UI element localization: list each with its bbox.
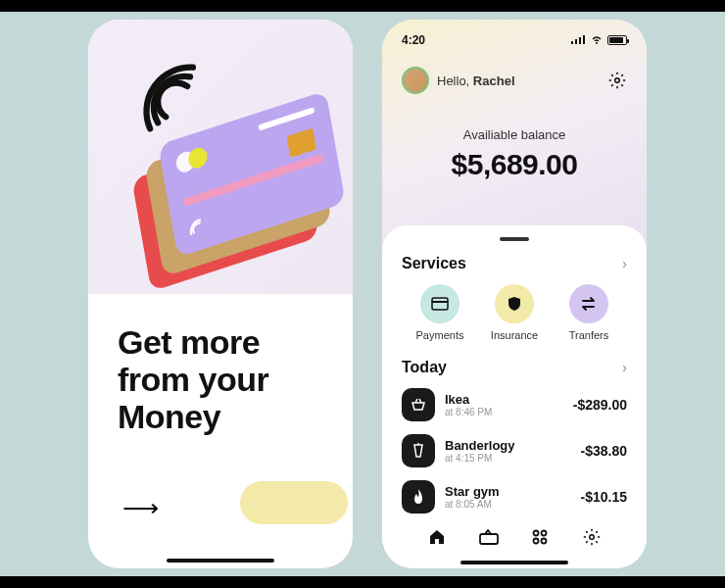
card-icon xyxy=(420,284,459,323)
onboarding-screen: Get more from your Money ⟶ xyxy=(88,20,353,568)
greeting-text: Hello, Rachel xyxy=(437,74,515,88)
shield-icon xyxy=(495,284,534,323)
tab-home[interactable] xyxy=(425,525,449,549)
wifi-icon xyxy=(590,33,604,47)
status-time: 4:20 xyxy=(402,33,425,47)
sheet-handle[interactable] xyxy=(500,237,529,241)
settings-button[interactable] xyxy=(607,71,627,90)
cta-pill xyxy=(240,481,348,524)
svg-point-7 xyxy=(534,531,539,536)
transaction-row[interactable]: Banderlogyat 4:15 PM -$38.80 xyxy=(402,434,627,467)
signal-icon xyxy=(571,33,586,47)
avatar[interactable] xyxy=(402,67,429,94)
battery-icon xyxy=(607,35,627,45)
today-more-button[interactable]: › xyxy=(622,360,627,375)
status-bar: 4:20 xyxy=(382,33,647,47)
home-screen: 4:20 Hello, Rachel Availiable balance $5… xyxy=(382,20,647,568)
today-title: Today xyxy=(402,359,447,376)
svg-point-4 xyxy=(615,78,620,83)
tab-apps[interactable] xyxy=(528,525,552,549)
balance-block: Availiable balance $5,689.00 xyxy=(382,127,647,181)
svg-point-10 xyxy=(542,539,547,544)
bottom-sheet: Services › Payments Insurance Tranfers T… xyxy=(382,225,647,568)
tab-settings[interactable] xyxy=(580,525,604,549)
svg-point-11 xyxy=(590,535,595,540)
home-indicator xyxy=(460,561,568,564)
tab-bar xyxy=(402,517,627,557)
tab-wallet[interactable] xyxy=(477,525,501,549)
svg-point-9 xyxy=(534,539,539,544)
greeting-row: Hello, Rachel xyxy=(402,67,627,94)
headline: Get more from your Money xyxy=(118,323,323,435)
services-row: Payments Insurance Tranfers xyxy=(402,284,627,341)
arrow-right-icon: ⟶ xyxy=(122,493,159,523)
svg-rect-1 xyxy=(575,39,577,44)
services-title: Services xyxy=(402,255,466,272)
svg-point-8 xyxy=(542,531,547,536)
home-indicator xyxy=(167,559,274,563)
swap-icon xyxy=(569,284,608,323)
transaction-row[interactable]: Star gymat 8:05 AM -$10.15 xyxy=(402,480,627,514)
card-purple xyxy=(158,91,345,258)
service-insurance[interactable]: Insurance xyxy=(480,284,549,341)
svg-rect-2 xyxy=(579,37,581,44)
services-more-button[interactable]: › xyxy=(622,256,627,271)
cards-illustration xyxy=(142,93,353,260)
transaction-row[interactable]: Ikeaat 8:46 PM -$289.00 xyxy=(402,388,627,421)
get-started-button[interactable]: ⟶ xyxy=(122,481,318,524)
svg-rect-5 xyxy=(432,298,448,310)
balance-amount: $5,689.00 xyxy=(382,148,647,181)
svg-rect-0 xyxy=(571,41,573,44)
flame-icon xyxy=(402,480,435,514)
svg-rect-3 xyxy=(583,35,585,44)
svg-rect-6 xyxy=(432,301,448,303)
service-payments[interactable]: Payments xyxy=(406,284,474,341)
basket-icon xyxy=(402,388,435,421)
balance-label: Availiable balance xyxy=(382,127,647,142)
drink-icon xyxy=(402,434,435,467)
service-transfers[interactable]: Tranfers xyxy=(555,284,623,341)
